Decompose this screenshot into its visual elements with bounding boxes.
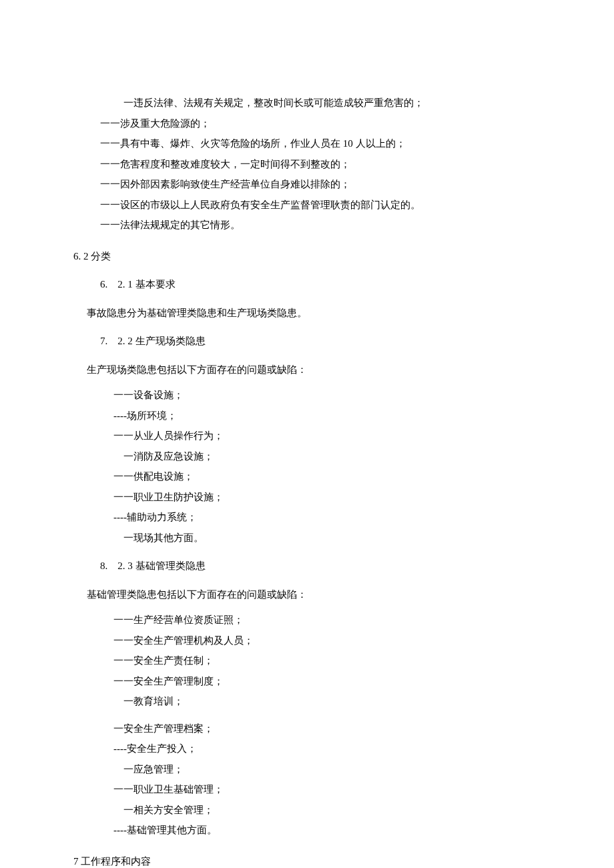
list-item: 一消防及应急设施；: [73, 447, 541, 466]
top-list: 一违反法律、法规有关规定，整改时间长或可能造成较严重危害的； 一一涉及重大危险源…: [73, 93, 541, 235]
list-item: ----辅助动力系统；: [73, 508, 541, 527]
list-item: 一应急管理；: [73, 760, 541, 779]
list-item: ----场所环境；: [73, 406, 541, 426]
list-6-2-2: 一一设备设施； ----场所环境； 一一从业人员操作行为； 一消防及应急设施； …: [73, 386, 541, 547]
list-item: 一现场其他方面。: [73, 528, 541, 548]
list-item: 一一供配电设施；: [73, 467, 541, 486]
list-item: 一一生产经营单位资质证照；: [73, 610, 541, 630]
heading-6-2: 6. 2 分类: [73, 247, 541, 266]
heading-6-2-1: 6. 2. 1 基本要求: [73, 275, 541, 294]
list-item: ----安全生产投入；: [73, 739, 541, 759]
list-item: 一安全生产管理档案；: [73, 719, 541, 739]
list-item: 一相关方安全管理；: [73, 801, 541, 820]
list-item: ----基础管理其他方面。: [73, 821, 541, 840]
list-item: 一一安全生产管理机构及人员；: [73, 631, 541, 650]
body-6-2-1: 事故隐患分为基础管理类隐患和生产现场类隐患。: [73, 304, 541, 323]
heading-6-2-2: 7. 2. 2 生产现场类隐患: [73, 332, 541, 351]
document-body: 一违反法律、法规有关规定，整改时间长或可能造成较严重危害的； 一一涉及重大危险源…: [73, 93, 541, 868]
list-item: 一教育培训；: [73, 692, 541, 711]
list-item: 一一设备设施；: [73, 386, 541, 405]
body-6-2-3: 基础管理类隐患包括以下方面存在的问题或缺陷：: [73, 585, 541, 604]
list-item: 一一职业卫生防护设施；: [73, 488, 541, 507]
list-item: 一一法律法规规定的其它情形。: [73, 215, 541, 235]
list-item: 一一职业卫生基础管理；: [73, 780, 541, 799]
heading-7: 7 工作程序和内容: [73, 852, 541, 869]
body-6-2-2: 生产现场类隐患包括以下方面存在的问题或缺陷：: [73, 360, 541, 380]
list-6-2-3-a: 一一生产经营单位资质证照； 一一安全生产管理机构及人员； 一一安全生产责任制； …: [73, 610, 541, 711]
list-item: 一一涉及重大危险源的；: [73, 114, 541, 133]
list-item: 一一安全生产管理制度；: [73, 672, 541, 691]
list-6-2-3-b: 一安全生产管理档案； ----安全生产投入； 一应急管理； 一一职业卫生基础管理…: [73, 719, 541, 840]
list-item: 一违反法律、法规有关规定，整改时间长或可能造成较严重危害的；: [73, 93, 541, 113]
list-item: 一一从业人员操作行为；: [73, 426, 541, 446]
list-item: 一一具有中毒、爆炸、火灾等危险的场所，作业人员在 10 人以上的；: [73, 134, 541, 153]
list-item: 一一因外部因素影响致使生产经营单位自身难以排除的；: [73, 175, 541, 194]
list-item: 一一危害程度和整改难度较大，一定时间得不到整改的；: [73, 155, 541, 174]
list-item: 一一设区的市级以上人民政府负有安全生产监督管理耿责的部门认定的。: [73, 195, 541, 215]
list-item: 一一安全生产责任制；: [73, 651, 541, 671]
heading-6-2-3: 8. 2. 3 基础管理类隐患: [73, 556, 541, 576]
